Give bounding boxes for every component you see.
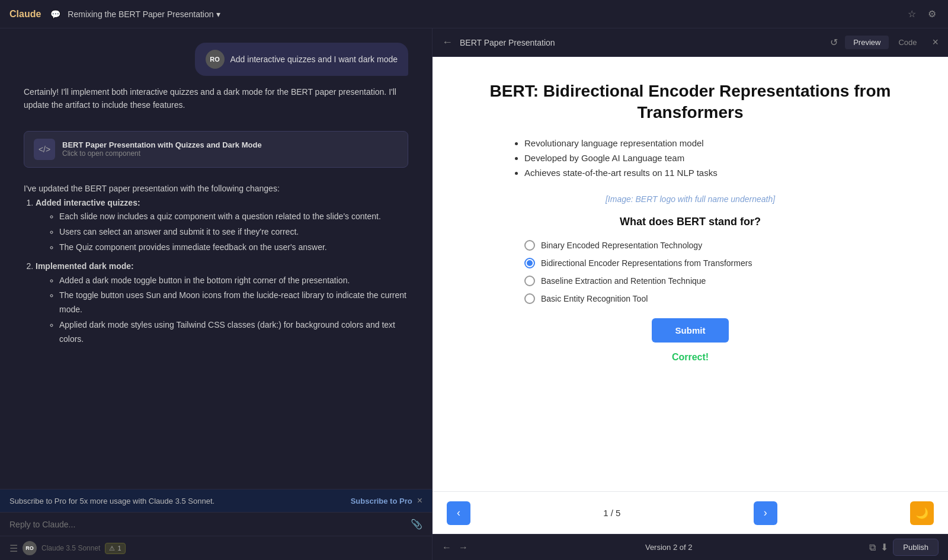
list-item: Implemented dark mode: Added a dark mode… [36,260,408,347]
change-2-title: Implemented dark mode: [36,261,134,271]
main-layout: RO Add interactive quizzes and I want da… [0,28,948,560]
dark-mode-button[interactable]: 🌙 [910,501,934,525]
next-slide-button[interactable]: › [754,501,777,525]
list-item: Revolutionary language representation mo… [524,138,868,148]
image-placeholder: [Image: BERT logo with full name underne… [606,194,775,204]
slide-bullets: Revolutionary language representation mo… [513,138,868,183]
chat-icon: 💬 [50,9,60,19]
preview-header: ← BERT Paper Presentation ↺ Preview Code… [433,28,948,57]
copy-button[interactable]: ⧉ [869,542,876,553]
preview-tabs: Preview Code [845,36,925,49]
top-bar-actions: ☆ ⚙ [905,6,939,22]
assistant-message: Certainly! I'll implement both interacti… [24,85,408,117]
avatar: RO [206,50,225,69]
artifact-card[interactable]: </> BERT Paper Presentation with Quizzes… [24,131,408,168]
quiz-option-a[interactable]: Binary Encoded Representation Technology [524,240,856,251]
warning-count: 1 [117,545,121,552]
list-item: The toggle button uses Sun and Moon icon… [59,289,408,317]
version-text: Version 2 of 2 [475,543,862,552]
correct-feedback: Correct! [672,352,709,363]
settings-button[interactable]: ⚙ [925,6,939,22]
assistant-intro-text: Certainly! I'll implement both interacti… [24,85,408,112]
tab-code[interactable]: Code [890,36,925,49]
top-bar: Claude 💬 Remixing the BERT Paper Present… [0,0,948,28]
change-1-title: Added interactive quizzes: [36,198,140,207]
user-bubble: RO Add interactive quizzes and I want da… [195,43,409,76]
close-banner-button[interactable]: × [417,495,422,506]
preview-title: BERT Paper Presentation [460,38,823,47]
artifact-info: BERT Paper Presentation with Quizzes and… [62,140,262,158]
quiz-question: What does BERT stand for? [620,216,761,228]
list-item: Added interactive quizzes: Each slide no… [36,196,408,255]
warning-badge: ⚠ 1 [105,543,125,554]
list-item: Each slide now includes a quiz component… [59,210,408,224]
preview-close-button[interactable]: × [932,36,939,49]
list-item: Added a dark mode toggle button in the b… [59,274,408,288]
radio-b-inner [527,260,533,266]
changes-intro: I've updated the BERT paper presentation… [24,182,408,196]
tab-preview[interactable]: Preview [845,36,889,49]
list-item: The Quiz component provides immediate fe… [59,241,408,255]
preview-content: BERT: Bidirectional Encoder Representati… [433,57,948,534]
code-icon: </> [34,139,55,160]
conversation-title[interactable]: Remixing the BERT Paper Presentation ▾ [68,9,220,19]
list-item: Applied dark mode styles using Tailwind … [59,318,408,347]
version-bar: ← → Version 2 of 2 ⧉ ⬇ Publish [433,534,948,560]
artifact-subtitle: Click to open component [62,149,262,158]
sidebar-toggle-button[interactable]: ☰ [9,543,18,554]
slide-counter: 1 / 5 [603,508,620,518]
download-button[interactable]: ⬇ [880,542,888,553]
option-c-text: Baseline Extraction and Retention Techni… [541,276,706,286]
model-name: Claude 3.5 Sonnet [41,544,100,552]
radio-c[interactable] [524,276,535,286]
option-a-text: Binary Encoded Representation Technology [541,241,702,250]
star-button[interactable]: ☆ [905,6,918,22]
subscribe-link[interactable]: Subscribe to Pro [351,497,412,505]
warning-icon: ⚠ [109,545,115,552]
user-message: RO Add interactive quizzes and I want da… [24,43,408,76]
radio-b[interactable] [524,258,535,268]
bottom-bar: ☰ RO Claude 3.5 Sonnet ⚠ 1 [0,536,432,560]
prev-slide-button[interactable]: ‹ [447,501,470,525]
preview-back-button[interactable]: ← [442,36,453,49]
subscribe-banner: Subscribe to Pro for 5x more usage with … [0,489,432,512]
quiz-option-d[interactable]: Basic Entity Recognition Tool [524,293,856,304]
preview-refresh-button[interactable]: ↺ [830,37,838,48]
slide-nav-bar: ‹ 1 / 5 › 🌙 [433,491,948,534]
publish-button[interactable]: Publish [893,539,939,556]
chevron-down-icon: ▾ [216,9,220,19]
option-b-text: Bidirectional Encoder Representations fr… [541,258,752,268]
user-message-text: Add interactive quizzes and I want dark … [230,55,398,64]
app-logo: Claude [9,9,41,20]
list-item: Achieves state-of-the-art results on 11 … [524,168,868,178]
version-forward-button[interactable]: → [459,542,468,553]
quiz-option-b[interactable]: Bidirectional Encoder Representations fr… [524,258,856,268]
avatar-sm: RO [23,541,37,555]
list-item: Users can select an answer and submit it… [59,225,408,239]
chat-area: RO Add interactive quizzes and I want da… [0,28,432,489]
list-item: Developed by Google AI Language team [524,153,868,163]
subscribe-text: Subscribe to Pro for 5x more usage with … [9,497,214,505]
submit-button[interactable]: Submit [652,318,729,343]
version-actions: ⧉ ⬇ Publish [869,539,939,556]
radio-a[interactable] [524,240,535,251]
artifact-title: BERT Paper Presentation with Quizzes and… [62,140,262,149]
left-panel: RO Add interactive quizzes and I want da… [0,28,433,560]
quiz-options: Binary Encoded Representation Technology… [524,240,856,304]
slide-main-title: BERT: Bidirectional Encoder Representati… [468,81,912,124]
attach-button[interactable]: 📎 [411,519,422,530]
changes-list: I've updated the BERT paper presentation… [24,182,408,348]
radio-d[interactable] [524,293,535,304]
option-d-text: Basic Entity Recognition Tool [541,294,648,303]
reply-input[interactable] [9,520,406,529]
slide-area: BERT: Bidirectional Encoder Representati… [433,57,948,491]
quiz-option-c[interactable]: Baseline Extraction and Retention Techni… [524,276,856,286]
reply-area: 📎 [0,512,432,536]
version-back-button[interactable]: ← [442,542,451,553]
right-panel: ← BERT Paper Presentation ↺ Preview Code… [433,28,948,560]
